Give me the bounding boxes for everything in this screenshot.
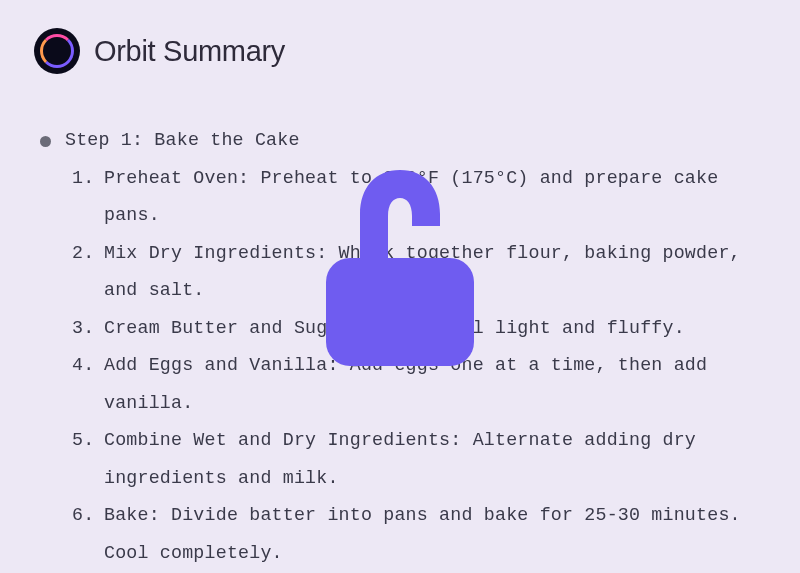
list-item: Bake: Divide batter into pans and bake f… — [72, 497, 760, 572]
list-item: Add Eggs and Vanilla: Add eggs one at a … — [72, 347, 760, 422]
step-heading-row: Step 1: Bake the Cake — [40, 122, 760, 160]
list-item: Cream Butter and Sugar: Beat until light… — [72, 310, 760, 348]
step-heading: Step 1: Bake the Cake — [65, 122, 300, 160]
list-item: Combine Wet and Dry Ingredients: Alterna… — [72, 422, 760, 497]
list-item: Mix Dry Ingredients: Whisk together flou… — [72, 235, 760, 310]
steps-list: Preheat Oven: Preheat to 350°F (175°C) a… — [40, 160, 760, 573]
list-item: Preheat Oven: Preheat to 350°F (175°C) a… — [72, 160, 760, 235]
bullet-icon — [40, 136, 51, 147]
page-title: Orbit Summary — [94, 35, 285, 68]
header: Orbit Summary — [0, 0, 800, 74]
orbit-logo-icon — [34, 28, 80, 74]
summary-content: Step 1: Bake the Cake Preheat Oven: Preh… — [0, 74, 800, 572]
